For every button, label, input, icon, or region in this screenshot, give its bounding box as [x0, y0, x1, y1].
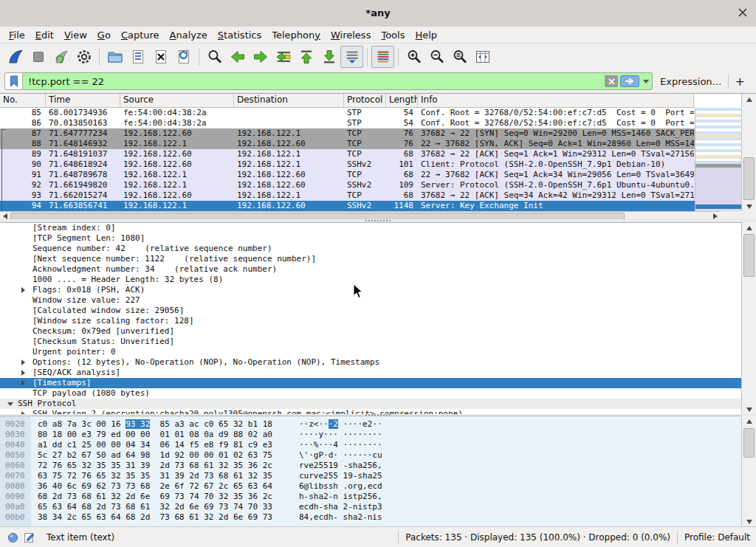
packet-row-89[interactable]: 8971.648191037192.168.122.60192.168.122.…: [0, 149, 695, 159]
scroll-down-arrow[interactable]: [746, 520, 752, 524]
detail-line[interactable]: [Stream index: 0]: [0, 223, 741, 233]
close-icon[interactable]: [738, 7, 748, 18]
find-packet-icon[interactable]: [203, 46, 226, 68]
status-profile[interactable]: Profile: Default: [684, 532, 756, 543]
packet-row-87[interactable]: 8771.647777234192.168.122.60192.168.122.…: [0, 128, 695, 139]
packet-row-94[interactable]: 9471.663856741192.168.122.1192.168.122.6…: [0, 201, 695, 211]
detail-line[interactable]: Flags: 0x018 (PSH, ACK): [0, 285, 741, 295]
go-back-icon[interactable]: [226, 46, 249, 68]
column-header-protocol[interactable]: Protocol: [344, 94, 386, 107]
detail-line[interactable]: Checksum: 0x79ed [unverified]: [0, 326, 741, 337]
detail-line[interactable]: [TCP Segment Len: 1080]: [0, 233, 741, 244]
menu-go[interactable]: Go: [92, 28, 116, 42]
packet-row-93[interactable]: 9371.662015274192.168.122.60192.168.122.…: [0, 190, 695, 201]
expander-closed-icon[interactable]: [21, 359, 25, 365]
detail-line[interactable]: TCP payload (1080 bytes): [0, 388, 741, 399]
detail-line[interactable]: [Checksum Status: Unverified]: [0, 337, 741, 347]
go-last-packet-icon[interactable]: [317, 46, 340, 68]
go-first-packet-icon[interactable]: [295, 46, 317, 68]
detail-line[interactable]: [Next sequence number: 1122 (relative se…: [0, 254, 741, 264]
column-header-length[interactable]: Length: [386, 94, 418, 107]
zoom-original-icon[interactable]: [448, 46, 471, 68]
hex-row-0050[interactable]: 00505c 27 b2 67 50 ad 64 98 1d 92 00 00 …: [0, 450, 756, 461]
menu-telephony[interactable]: Telephony: [267, 28, 326, 42]
scroll-thumb[interactable]: [743, 234, 755, 277]
filter-input[interactable]: !tcp.port == 22: [23, 72, 653, 90]
scroll-down-arrow[interactable]: [746, 204, 752, 209]
filter-dropdown-caret[interactable]: [643, 80, 649, 83]
detail-line[interactable]: 1000 .... = Header Length: 32 bytes (8): [0, 275, 741, 285]
menu-edit[interactable]: Edit: [30, 28, 59, 42]
capture-options-icon[interactable]: [72, 46, 95, 68]
auto-scroll-icon[interactable]: [340, 46, 363, 68]
menu-wireless[interactable]: Wireless: [326, 28, 376, 42]
detail-line[interactable]: Acknowledgment number: 34 (relative ack …: [0, 264, 741, 275]
filter-add-button[interactable]: +: [729, 75, 752, 89]
scroll-up-arrow[interactable]: [746, 97, 752, 102]
hex-row-00b0[interactable]: 00b038 34 2c 65 63 64 68 2d 73 68 61 32 …: [0, 512, 756, 523]
scroll-right-arrow[interactable]: [713, 213, 718, 219]
expander-open-icon[interactable]: [7, 402, 13, 406]
save-file-icon[interactable]: [126, 46, 149, 68]
restart-capture-icon[interactable]: [49, 46, 72, 68]
filter-clear-button[interactable]: [605, 75, 618, 87]
detail-line[interactable]: SSH Protocol: [0, 399, 741, 409]
expert-info-icon[interactable]: [7, 532, 18, 543]
start-capture-icon[interactable]: [4, 46, 27, 68]
scroll-down-arrow[interactable]: [746, 407, 752, 412]
menu-capture[interactable]: Capture: [116, 28, 165, 42]
reload-file-icon[interactable]: [172, 46, 195, 68]
scroll-thumb[interactable]: [743, 428, 755, 458]
hex-row-0030[interactable]: 003080 18 00 e3 79 ed 00 00 01 01 08 0a …: [0, 430, 756, 440]
menu-help[interactable]: Help: [410, 28, 442, 42]
scroll-left-arrow[interactable]: [3, 213, 7, 219]
column-header-time[interactable]: Time: [46, 94, 120, 107]
expander-closed-icon[interactable]: [21, 370, 25, 376]
scroll-up-arrow[interactable]: [746, 419, 752, 424]
open-file-icon[interactable]: [103, 46, 126, 68]
go-forward-icon[interactable]: [249, 46, 272, 68]
hex-row-0090[interactable]: 009068 2d 73 68 61 32 2d 6e 69 73 74 70 …: [0, 492, 756, 502]
detail-line[interactable]: [Window size scaling factor: 128]: [0, 316, 741, 326]
packet-row-92[interactable]: 9271.661949820192.168.122.1192.168.122.6…: [0, 180, 695, 190]
menu-analyze[interactable]: Analyze: [165, 28, 213, 42]
title-bar[interactable]: *any: [0, 0, 756, 27]
close-file-icon[interactable]: [149, 46, 172, 68]
scroll-thumb[interactable]: [743, 157, 755, 200]
filter-apply-button[interactable]: [620, 75, 639, 87]
detail-line[interactable]: Sequence number: 42 (relative sequence n…: [0, 244, 741, 254]
capture-comment-icon[interactable]: [24, 531, 35, 543]
hex-row-0040[interactable]: 0040a1 dd c1 25 00 00 04 34 06 14 f5 e8 …: [0, 440, 756, 450]
scroll-up-arrow[interactable]: [746, 226, 752, 230]
packet-list-minimap[interactable]: [695, 108, 741, 220]
colorize-packets-icon[interactable]: [371, 46, 394, 68]
column-header-destination[interactable]: Destination: [234, 94, 344, 107]
hex-row-0080[interactable]: 008036 40 6c 69 62 73 73 68 2e 6f 72 67 …: [0, 481, 756, 492]
column-header-no[interactable]: No.: [0, 94, 46, 107]
details-vscrollbar[interactable]: [741, 222, 756, 414]
column-header-source[interactable]: Source: [120, 94, 234, 107]
expander-closed-icon[interactable]: [21, 287, 25, 293]
filter-bookmark-button[interactable]: [4, 72, 23, 90]
hex-row-0020[interactable]: 0020c0 a8 7a 3c 00 16 93 32 85 a3 ac c0 …: [0, 419, 756, 430]
detail-line[interactable]: Options: (12 bytes), No-Operation (NOP),…: [0, 357, 741, 368]
packet-row-86[interactable]: 8670.013850163fe:54:00:d4:38:2aSTP54Conf…: [0, 118, 695, 128]
menu-tools[interactable]: Tools: [376, 28, 410, 42]
packet-row-88[interactable]: 8871.648146932192.168.122.1192.168.122.6…: [0, 139, 695, 149]
expression-button[interactable]: Expression…: [653, 76, 728, 87]
expander-closed-icon[interactable]: [21, 380, 25, 386]
detail-line[interactable]: Window size value: 227: [0, 295, 741, 306]
packet-row-91[interactable]: 9171.648789678192.168.122.1192.168.122.6…: [0, 170, 695, 180]
detail-line[interactable]: Urgent pointer: 0: [0, 347, 741, 357]
hex-row-0060[interactable]: 006072 76 65 32 35 35 31 39 2d 73 68 61 …: [0, 461, 756, 471]
go-to-packet-icon[interactable]: [272, 46, 295, 68]
menu-file[interactable]: File: [4, 28, 30, 42]
column-header-info[interactable]: Info: [418, 94, 694, 107]
detail-line[interactable]: [Timestamps]: [0, 378, 741, 388]
menu-view[interactable]: View: [59, 28, 92, 42]
zoom-out-icon[interactable]: [425, 46, 448, 68]
hex-row-00a0[interactable]: 00a065 63 64 68 2d 73 68 61 32 2d 6e 69 …: [0, 502, 756, 512]
packet-list-vscrollbar[interactable]: [741, 94, 756, 211]
packet-row-90[interactable]: 9071.648618924192.168.122.60192.168.122.…: [0, 159, 695, 170]
packet-row-85[interactable]: 8568.001734936fe:54:00:d4:38:2aSTP54Conf…: [0, 108, 695, 118]
